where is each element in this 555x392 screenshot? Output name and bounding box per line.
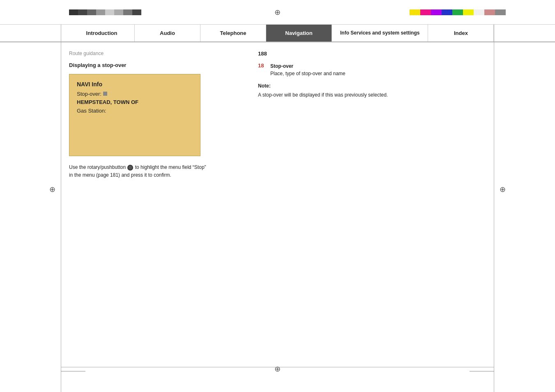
bar-seg-5	[105, 9, 114, 15]
bar-seg-6	[114, 9, 123, 15]
crosshair-left: ⊕	[49, 185, 55, 194]
rbar-seg-1	[410, 9, 420, 15]
list-item-row: 18 Stop-over Place, type of stop-over an…	[258, 62, 486, 77]
body-text: Use the rotary/pushbutton to highlight t…	[69, 164, 209, 179]
rbar-seg-5	[452, 9, 463, 15]
color-bar-left	[69, 9, 141, 15]
tab-navigation[interactable]: Navigation	[266, 25, 332, 42]
tab-introduction[interactable]: Introduction	[69, 25, 135, 42]
bar-seg-1	[69, 9, 78, 15]
rbar-seg-6	[463, 9, 474, 15]
crosshair-top-center: ⊕	[274, 8, 281, 17]
list-item-detail: Place, type of stop-over and name	[270, 70, 345, 77]
right-border-line	[494, 25, 494, 392]
crosshair-bottom: ⊕	[274, 364, 281, 374]
bar-seg-7	[123, 9, 132, 15]
tab-audio[interactable]: Audio	[135, 25, 200, 42]
note-label: Note:	[258, 83, 486, 89]
list-item-title: Stop-over	[270, 62, 345, 70]
page-number: 188	[258, 51, 486, 57]
navi-info-gasstation: Gas Station:	[77, 108, 193, 114]
stop-square-icon	[103, 92, 107, 96]
list-item-number: 18	[258, 62, 266, 77]
color-bar-right	[410, 9, 506, 15]
rbar-seg-2	[420, 9, 431, 15]
section-heading: Displaying a stop-over	[69, 62, 242, 68]
navi-info-title: NAVI Info	[77, 81, 193, 88]
left-column: Route guidance Displaying a stop-over NA…	[61, 46, 250, 330]
bottom-short-line-right	[470, 371, 494, 371]
content-area: Route guidance Displaying a stop-over NA…	[61, 42, 494, 330]
rbar-seg-4	[442, 9, 452, 15]
page-wrapper: ⊕ Introduction Audio Telephone Navigatio…	[0, 0, 555, 392]
list-item-content: Stop-over Place, type of stop-over and n…	[270, 62, 345, 77]
nav-tabs: Introduction Audio Telephone Navigation …	[0, 25, 555, 42]
bar-seg-4	[96, 9, 105, 15]
rbar-seg-9	[495, 9, 506, 15]
top-bar-area: ⊕	[0, 0, 555, 25]
bar-seg-3	[87, 9, 96, 15]
rbar-seg-7	[474, 9, 484, 15]
navi-info-location: HEMPSTEAD, TOWN OF	[77, 99, 193, 106]
note-text: A stop-over will be displayed if this wa…	[258, 91, 431, 99]
crosshair-right: ⊕	[500, 185, 506, 194]
rotary-pushbutton-icon	[127, 165, 133, 171]
right-column: 188 18 Stop-over Place, type of stop-ove…	[250, 46, 494, 330]
tab-index[interactable]: Index	[428, 25, 494, 42]
bottom-short-line-left	[61, 371, 85, 371]
tab-telephone[interactable]: Telephone	[200, 25, 266, 42]
bar-seg-2	[78, 9, 87, 15]
rbar-seg-8	[484, 9, 495, 15]
section-label: Route guidance	[69, 51, 242, 56]
left-border-line	[61, 25, 61, 392]
bar-seg-8	[132, 9, 141, 15]
tab-info-services[interactable]: Info Services and system settings	[332, 25, 428, 42]
navi-info-box: NAVI Info Stop-over: HEMPSTEAD, TOWN OF …	[69, 74, 200, 156]
navi-info-stopover: Stop-over:	[77, 91, 193, 97]
rbar-seg-3	[431, 9, 442, 15]
